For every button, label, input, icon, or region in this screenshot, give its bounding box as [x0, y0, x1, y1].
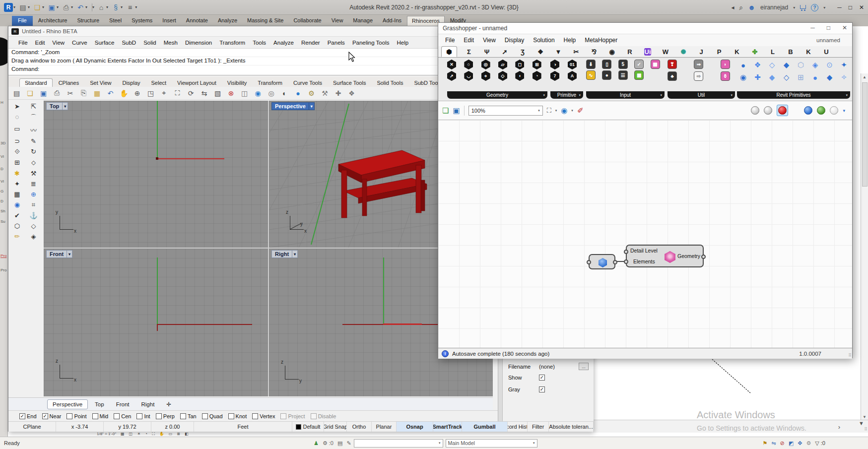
- subd[interactable]: SubD: [122, 40, 136, 46]
- surface[interactable]: Surface: [95, 40, 115, 46]
- osnap-checkbox[interactable]: [42, 413, 48, 419]
- gumball[interactable]: Gumball: [462, 422, 508, 432]
- cen[interactable]: Cen: [114, 413, 131, 419]
- primitive-component-icon[interactable]: 7: [550, 71, 559, 81]
- edit[interactable]: Edit: [35, 40, 45, 46]
- point-icon[interactable]: ✦: [14, 180, 20, 188]
- perspective[interactable]: Perspective: [47, 399, 88, 409]
- save-file-icon[interactable]: ▣: [453, 106, 460, 115]
- input-component-icon[interactable]: 5: [618, 60, 628, 69]
- record-history[interactable]: Record History: [508, 422, 528, 432]
- undo-icon[interactable]: ↶ ▾: [76, 3, 87, 12]
- revit-component-icon[interactable]: ❖: [751, 60, 764, 70]
- osnap-checkbox[interactable]: [180, 413, 186, 419]
- osnap-checkbox[interactable]: [136, 413, 142, 419]
- annotate[interactable]: Annotate: [182, 16, 212, 26]
- revit-component-icon[interactable]: ◇: [780, 72, 793, 83]
- util-component-icon[interactable]: ⇨: [694, 71, 703, 81]
- transform[interactable]: Transform: [253, 79, 287, 87]
- osnap-checkbox[interactable]: [202, 413, 208, 419]
- group-label-input[interactable]: Input▾: [586, 91, 665, 99]
- revit-horizontal-scrollbar[interactable]: › ▼ ⠿: [593, 420, 868, 433]
- param-input-stub[interactable]: [587, 260, 591, 264]
- surface-tools[interactable]: Surface Tools: [328, 79, 371, 87]
- annotate-icon[interactable]: ✏: [14, 233, 20, 240]
- cut-icon[interactable]: ✂: [66, 89, 74, 97]
- user-menu-chevron[interactable]: ▾: [793, 5, 795, 10]
- right[interactable]: Right: [136, 400, 159, 409]
- group-label-revit-primitives[interactable]: Revit Primitives▾: [737, 91, 850, 99]
- render[interactable]: Render: [301, 40, 320, 46]
- drag-elements-icon[interactable]: ✥: [798, 440, 802, 447]
- print-icon[interactable]: ⎙ ▾: [62, 3, 73, 12]
- revit-component-icon[interactable]: ●: [737, 60, 749, 70]
- sync-icon[interactable]: ⇋: [771, 440, 776, 447]
- tab-grasshopper[interactable]: ✤: [746, 48, 764, 56]
- viewport-top-label[interactable]: Top▾: [46, 102, 68, 110]
- viewport-menu-chevron[interactable]: ▾: [309, 102, 315, 110]
- knot[interactable]: Knot: [228, 413, 247, 419]
- view-control-icon[interactable]: ▦: [121, 432, 125, 436]
- y-19-72[interactable]: y 19.72: [104, 422, 151, 432]
- grasshopper-canvas[interactable]: Detail Level Elements Geometry: [438, 120, 852, 348]
- elements-input-stub[interactable]: [624, 259, 628, 264]
- hidden-preview-icon[interactable]: [830, 106, 838, 115]
- manage[interactable]: Manage: [348, 16, 377, 26]
- tab-vector[interactable]: ➚: [496, 48, 514, 56]
- group-label-primitive[interactable]: Primitive▾: [550, 91, 583, 99]
- custom-preview-icon[interactable]: [804, 106, 812, 115]
- input-component-icon[interactable]: ⬇: [586, 60, 596, 69]
- curve-icon[interactable]: 〰: [30, 125, 37, 134]
- view-control-icon[interactable]: ✋: [159, 432, 164, 436]
- viewport-splitter-vertical[interactable]: [268, 101, 269, 396]
- input-component-icon[interactable]: ∿: [586, 70, 596, 80]
- open-file-icon[interactable]: ❏: [442, 106, 449, 115]
- file[interactable]: File: [18, 40, 28, 46]
- viewport-layout[interactable]: Viewport Layout: [172, 79, 221, 87]
- zoom-level-select[interactable]: 100%▾: [468, 106, 543, 116]
- revolve-icon[interactable]: ↻: [31, 148, 36, 156]
- panels[interactable]: Panels: [328, 40, 345, 46]
- rotate-view-icon[interactable]: ⟳: [187, 89, 195, 97]
- circle-icon[interactable]: ◌: [15, 113, 19, 122]
- detail-level-input-stub[interactable]: [624, 250, 628, 254]
- active-workset-select[interactable]: ▾: [354, 439, 443, 448]
- geometry-component-icon[interactable]: ◡: [464, 71, 473, 81]
- geometry-component-icon[interactable]: ◇: [498, 71, 507, 81]
- add-icon[interactable]: ✚: [334, 89, 342, 97]
- preview-settings-chevron[interactable]: ▾: [843, 108, 845, 113]
- settings-icon[interactable]: ⚙: [806, 440, 811, 447]
- exclude-icon[interactable]: ⊘: [780, 440, 785, 447]
- display[interactable]: Display: [505, 37, 524, 44]
- design-option-select[interactable]: Main Model▾: [446, 439, 537, 448]
- output-label-geometry[interactable]: Geometry: [677, 253, 700, 259]
- panel-scrollbar[interactable]: [498, 359, 503, 421]
- extend-icon[interactable]: ⊃: [14, 137, 20, 145]
- tab-sets[interactable]: Ψ: [478, 48, 496, 56]
- light-icon[interactable]: ✱: [14, 170, 20, 177]
- util-component-icon[interactable]: ⚱: [721, 71, 730, 81]
- scroll-up-icon[interactable]: ▲: [863, 75, 867, 79]
- util-component-icon[interactable]: ⇒: [694, 60, 703, 69]
- revit-component-icon[interactable]: ◆: [766, 72, 778, 83]
- selected-preview-icon[interactable]: [817, 106, 825, 115]
- set-view[interactable]: Set View: [85, 79, 116, 87]
- absolute-toleran-[interactable]: Absolute toleran...: [549, 422, 594, 432]
- resize-grip[interactable]: ⠿: [864, 427, 867, 432]
- filename-value[interactable]: (none): [539, 364, 574, 370]
- revit-vertical-scrollbar[interactable]: ▲ ▼: [861, 73, 868, 421]
- geometry-component-icon[interactable]: ◎: [481, 60, 490, 69]
- filter-count[interactable]: ▽ :0: [815, 440, 825, 447]
- view[interactable]: View: [483, 37, 496, 44]
- analyze[interactable]: Analyze: [273, 40, 294, 46]
- customize-qat-icon[interactable]: ≡ ▾: [126, 3, 137, 12]
- analyze[interactable]: Analyze: [213, 16, 242, 26]
- osnap-checkbox[interactable]: [252, 413, 258, 419]
- maximize-button[interactable]: □: [827, 24, 830, 31]
- primitive-component-icon[interactable]: ◑: [550, 60, 559, 69]
- solid[interactable]: Solid: [143, 40, 156, 46]
- architecture[interactable]: Architecture: [34, 16, 72, 26]
- collapse-icon[interactable]: ◂: [731, 4, 734, 11]
- hexagon-icon[interactable]: ⬡: [14, 222, 20, 230]
- revit-component-icon[interactable]: ◆: [823, 72, 836, 83]
